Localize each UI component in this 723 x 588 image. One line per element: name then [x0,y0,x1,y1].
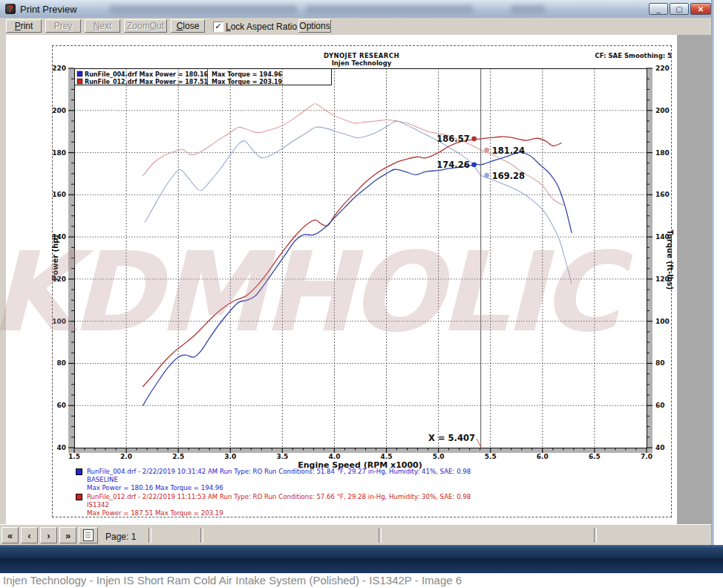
statusbar-divider [200,528,203,543]
run-name: BASELINE [87,476,471,484]
desktop-edge [714,0,723,545]
run-legend-is1342: RunFile_012.drf - 2/22/2019 11:11:53 AM … [87,493,471,517]
prev-page-button[interactable]: ‹ [21,527,38,543]
toolbar: Print Prev Next Zoom Out Close ✓ Lock As… [0,18,714,36]
print-button[interactable]: Print [6,19,42,33]
options-button[interactable]: Options [298,19,331,33]
lock-aspect-label: Lock Aspect Ratio [226,22,297,32]
run-info-line: RunFile_012.drf - 2/22/2019 11:11:53 AM … [87,493,471,501]
zoom-out-button[interactable]: Zoom Out [124,19,167,33]
taskbar: e ▶ 7 ▲ 11 [0,545,723,573]
winpep-app-icon: 7 [5,4,16,14]
page-number-status: Page: 1 [105,532,136,542]
run-max-values: Max Power = 180.16 Max Torque = 194.96 [87,484,471,492]
first-page-button[interactable]: « [1,527,19,543]
client-background [677,35,711,524]
blurred-title-text [306,5,473,13]
window-title: Print Preview [20,4,77,15]
page-setup-button[interactable] [79,527,98,543]
next-button[interactable]: Next [85,19,120,33]
prev-button[interactable]: Prev [45,19,81,33]
restore-icon: ▢ [675,5,682,13]
statusbar-divider [148,528,151,543]
window-titlebar: 7 Print Preview _ ▢ ✕ [0,0,714,19]
statusbar: « ‹ › » Page: 1 [0,524,711,546]
minimize-icon: _ [656,5,661,13]
run-name: IS1342 [87,501,471,509]
run-info-line: RunFile_004.drf - 2/22/2019 10:31:42 AM … [87,468,471,476]
next-page-button[interactable]: › [40,527,57,543]
page-setup-icon [83,529,94,541]
run-color-chip-red [76,494,82,500]
statusbar-divider [379,528,382,543]
image-caption: Injen Technology - Injen IS Short Ram Co… [3,574,462,587]
run-legend-baseline: RunFile_004.drf - 2/22/2019 10:31:42 AM … [87,468,471,492]
blurred-title-text [511,5,545,13]
maximize-button[interactable]: ▢ [670,3,689,15]
client-left-strip [0,35,6,524]
close-window-button[interactable]: ✕ [690,3,711,15]
screen: 7 Print Preview _ ▢ ✕ Print Prev Next Zo… [0,0,723,588]
run-max-values: Max Power = 187.51 Max Torque = 203.19 [87,509,471,517]
close-preview-button[interactable]: Close [171,19,205,33]
run-color-chip-blue [76,468,82,475]
page-margin-dashed-border [52,45,672,517]
minimize-button[interactable]: _ [649,3,668,15]
lock-aspect-checkbox[interactable]: ✓ [213,22,223,32]
close-icon: ✕ [698,5,704,13]
blurred-title-text [110,5,297,13]
statusbar-divider [594,528,597,543]
last-page-button[interactable]: » [59,527,76,543]
